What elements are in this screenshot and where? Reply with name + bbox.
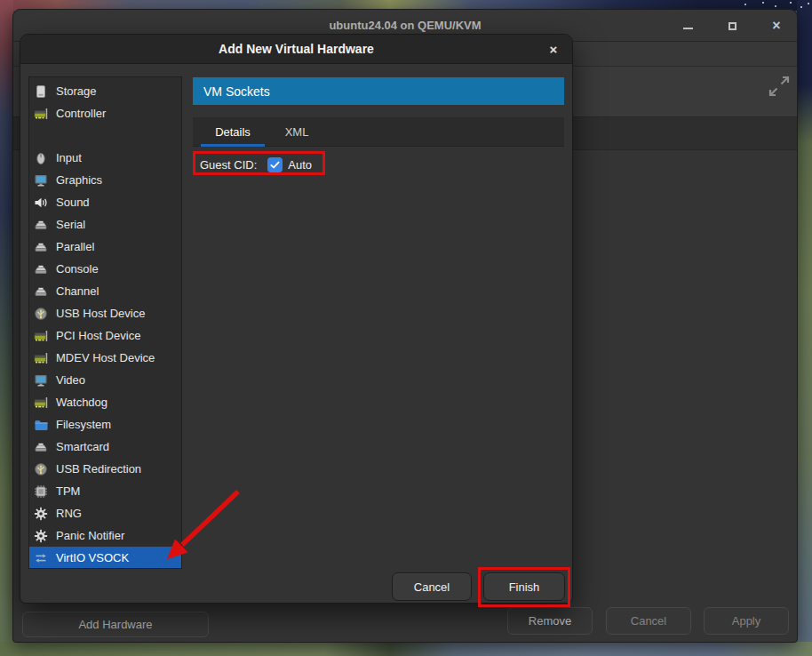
- sidebar-item-label: MDEV Host Device: [56, 351, 155, 364]
- sidebar-item-graphics[interactable]: Graphics: [29, 169, 181, 191]
- sidebar-item-label: Panic Notifier: [56, 529, 124, 542]
- panel-header: VM Sockets: [193, 77, 564, 105]
- dialog-title: Add New Virtual Hardware: [219, 42, 374, 56]
- hardware-type-list: Storage Controller Input Graphics Sound: [28, 76, 182, 569]
- sidebar-item-label: PCI Host Device: [56, 329, 140, 342]
- sidebar-item-label: Sound: [56, 196, 90, 209]
- monitor-icon: [34, 373, 48, 388]
- wallpaper-star: [762, 2, 764, 4]
- mouse-icon: [34, 151, 48, 165]
- minimize-icon: [683, 28, 693, 29]
- sidebar-item-label: USB Host Device: [56, 307, 145, 320]
- sidebar-item-label: Channel: [56, 284, 99, 298]
- bg-cancel-button[interactable]: Cancel: [606, 607, 691, 635]
- wallpaper-left: [0, 0, 13, 656]
- auto-checkbox-label[interactable]: Auto: [288, 158, 312, 172]
- sidebar-item-controller[interactable]: Controller: [29, 102, 181, 124]
- sidebar-item-video[interactable]: Video: [29, 369, 181, 391]
- sidebar-item-usb-host-device[interactable]: USB Host Device: [29, 302, 181, 324]
- sidebar-item-input[interactable]: Input: [29, 147, 181, 169]
- dialog-close-button[interactable]: ×: [544, 35, 563, 64]
- window-controls: ×: [680, 10, 784, 42]
- folder-icon: [34, 418, 48, 432]
- card-icon: [34, 396, 48, 410]
- sidebar-item-label: TPM: [56, 484, 80, 498]
- remove-button[interactable]: Remove: [507, 607, 593, 635]
- sidebar-item-watchdog[interactable]: Watchdog: [29, 391, 181, 413]
- chip-icon: [34, 484, 48, 499]
- apply-button[interactable]: Apply: [704, 607, 789, 635]
- card-icon: [34, 351, 48, 365]
- add-hardware-dialog: Add New Virtual Hardware × Storage Contr…: [20, 34, 573, 604]
- sidebar-item-label: USB Redirection: [56, 462, 141, 476]
- sidebar-item-label: Video: [56, 373, 85, 387]
- sidebar-item-serial[interactable]: Serial: [29, 213, 181, 236]
- monitor-icon: [34, 173, 48, 188]
- screen: ubuntu24.04 on QEMU/KVM × Add Hardware R…: [0, 0, 812, 656]
- serial-device-icon: [34, 240, 48, 254]
- sidebar-item-smartcard[interactable]: Smartcard: [29, 436, 181, 458]
- window-title: ubuntu24.04 on QEMU/KVM: [329, 19, 481, 32]
- dialog-cancel-button[interactable]: Cancel: [392, 572, 472, 601]
- sidebar-item-channel[interactable]: Channel: [29, 280, 181, 302]
- close-icon: ×: [772, 19, 780, 33]
- sidebar-item-console[interactable]: Console: [29, 258, 181, 280]
- maximize-button[interactable]: [724, 18, 740, 34]
- sidebar-item-label: Graphics: [56, 173, 102, 187]
- add-hardware-button[interactable]: Add Hardware: [22, 612, 209, 637]
- sidebar-item-label: Filesystem: [56, 418, 111, 431]
- expand-arrows-icon: [768, 75, 791, 98]
- sidebar-item-panic-notifier[interactable]: Panic Notifier: [29, 524, 181, 547]
- sidebar-item-label: Watchdog: [56, 396, 107, 409]
- tab-xml[interactable]: XML: [272, 117, 322, 147]
- sidebar-item-filesystem[interactable]: Filesystem: [29, 413, 181, 436]
- disk-icon: [34, 84, 48, 99]
- sidebar-item-label: VirtIO VSOCK: [56, 551, 129, 564]
- sidebar-spacer: [29, 124, 181, 147]
- sidebar-item-label: Storage: [56, 84, 97, 98]
- gear-icon: [34, 507, 48, 521]
- close-button[interactable]: ×: [768, 18, 784, 34]
- tab-bar: Details XML: [193, 117, 564, 147]
- sidebar-item-label: Input: [56, 151, 82, 164]
- sidebar-item-mdev-host-device[interactable]: MDEV Host Device: [29, 347, 181, 369]
- wallpaper-star: [775, 5, 776, 7]
- sidebar-item-usb-redirection[interactable]: USB Redirection: [29, 458, 181, 480]
- guest-cid-label: Guest CID:: [200, 158, 257, 172]
- sidebar-item-storage[interactable]: Storage: [29, 80, 181, 102]
- wallpaper-star: [808, 3, 809, 4]
- sidebar-item-label: Serial: [56, 218, 85, 231]
- arrows-icon: [34, 551, 48, 565]
- fullscreen-toggle-button[interactable]: [768, 75, 791, 98]
- minimize-button[interactable]: [680, 18, 696, 34]
- usb-icon: [34, 462, 48, 476]
- speaker-icon: [34, 196, 48, 210]
- wallpaper-star: [800, 6, 802, 8]
- auto-checkbox[interactable]: [267, 157, 283, 172]
- serial-device-icon: [34, 284, 48, 299]
- sidebar-item-virtio-vsock[interactable]: VirtIO VSOCK: [29, 547, 181, 569]
- gear-icon: [34, 529, 48, 543]
- wallpaper-bottom: [0, 642, 812, 656]
- sidebar-item-label: Parallel: [56, 240, 94, 253]
- guest-cid-row: Guest CID: Auto: [196, 152, 312, 177]
- sidebar-item-rng[interactable]: RNG: [29, 502, 181, 524]
- wallpaper-star: [744, 4, 746, 5]
- dialog-close-icon: ×: [550, 42, 558, 57]
- tab-details[interactable]: Details: [201, 117, 265, 147]
- sidebar-item-pci-host-device[interactable]: PCI Host Device: [29, 324, 181, 347]
- serial-device-icon: [34, 440, 48, 454]
- dialog-titlebar: Add New Virtual Hardware: [20, 35, 572, 64]
- sidebar-item-label: RNG: [56, 507, 82, 520]
- sidebar-item-sound[interactable]: Sound: [29, 191, 181, 213]
- sidebar-item-label: Controller: [56, 107, 106, 120]
- card-icon: [34, 329, 48, 343]
- sidebar-item-tpm[interactable]: TPM: [29, 480, 181, 502]
- sidebar-item-label: Console: [56, 262, 99, 276]
- wallpaper-right: [797, 0, 812, 656]
- serial-device-icon: [34, 262, 48, 276]
- finish-button[interactable]: Finish: [483, 572, 565, 601]
- sidebar-item-parallel[interactable]: Parallel: [29, 236, 181, 258]
- wallpaper-star: [790, 2, 792, 4]
- panel-header-title: VM Sockets: [203, 84, 270, 99]
